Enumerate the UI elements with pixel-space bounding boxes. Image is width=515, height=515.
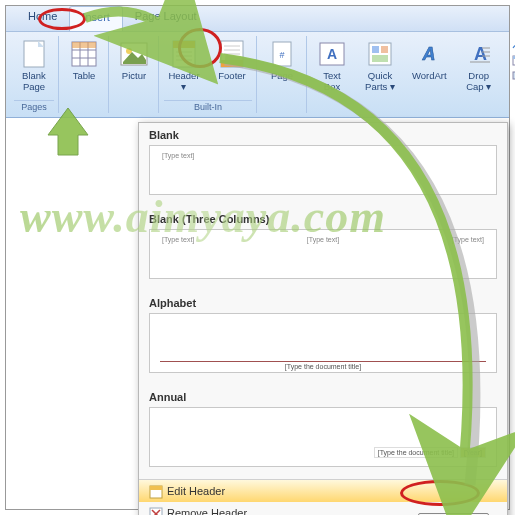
- page-button[interactable]: # Page: [262, 36, 302, 83]
- blank-page-icon: [18, 38, 50, 70]
- gallery-item-blank[interactable]: [Type text]: [149, 145, 497, 195]
- header-label: Header▾: [168, 70, 199, 92]
- svg-rect-6: [72, 42, 96, 48]
- gallery-item-annual[interactable]: [Type the document title] [Year]: [149, 407, 497, 467]
- group-tables: Table: [60, 36, 109, 113]
- quickparts-button[interactable]: QuickParts ▾: [360, 36, 400, 94]
- textbox-icon: A: [316, 38, 348, 70]
- wordart-icon: A: [413, 38, 445, 70]
- remove-header-icon: [149, 507, 161, 515]
- footer-icon: [216, 38, 248, 70]
- wordart-button[interactable]: A WordArt: [408, 36, 451, 83]
- datetime-button[interactable]: 5Date & Time: [509, 53, 515, 67]
- dropcap-label: DropCap ▾: [466, 70, 491, 92]
- gallery-section-blank: Blank: [139, 123, 507, 145]
- edit-header-command[interactable]: Edit Header: [139, 480, 507, 502]
- group-text: A TextBox QuickParts ▾ A WordArt A DropC…: [308, 36, 515, 113]
- quickparts-icon: [364, 38, 396, 70]
- signature-button[interactable]: Signature Line: [509, 38, 515, 52]
- object-button[interactable]: Object ▾: [509, 68, 515, 82]
- footer-button[interactable]: Footer: [212, 36, 252, 83]
- table-label: Table: [73, 70, 96, 81]
- svg-rect-10: [173, 41, 195, 48]
- gallery-item-alphabet[interactable]: [Type the document title]: [149, 313, 497, 373]
- header-icon: [168, 38, 200, 70]
- gallery-footer: Edit Header Remove Header Save Selection…: [139, 479, 507, 515]
- quickparts-label: QuickParts ▾: [365, 70, 395, 92]
- svg-rect-15: [221, 60, 243, 67]
- header-gallery-dropdown: Blank [Type text] Blank (Three Columns) …: [138, 122, 508, 515]
- page-label: Page: [271, 70, 293, 81]
- wordart-label: WordArt: [412, 70, 447, 81]
- table-icon: [68, 38, 100, 70]
- ribbon: BlankPage Pages Table Pictur: [6, 32, 509, 118]
- gallery-section-blank3: Blank (Three Columns): [139, 207, 507, 229]
- page-icon: #: [266, 38, 298, 70]
- dropcap-icon: A: [463, 38, 495, 70]
- picture-label: Pictur: [122, 70, 146, 81]
- svg-rect-24: [372, 46, 379, 53]
- svg-rect-25: [381, 46, 388, 53]
- group-pages: BlankPage Pages: [10, 36, 59, 113]
- picture-button[interactable]: Pictur: [114, 36, 154, 83]
- gallery-section-annual: Annual: [139, 385, 507, 407]
- gallery-item-blank3[interactable]: [Type text] [Type text] [Type text]: [149, 229, 497, 279]
- blank-page-label: BlankPage: [22, 70, 46, 92]
- edit-header-icon: [149, 485, 161, 497]
- group-label-pages: Pages: [14, 100, 54, 113]
- header-button[interactable]: Header▾: [164, 36, 204, 94]
- svg-rect-26: [372, 55, 388, 62]
- gallery-section-alphabet: Alphabet: [139, 291, 507, 313]
- group-header-footer: Header▾ Footer Built-In: [160, 36, 257, 113]
- svg-text:#: #: [279, 50, 284, 60]
- blank-page-button[interactable]: BlankPage: [14, 36, 54, 94]
- dropcap-button[interactable]: A DropCap ▾: [459, 36, 499, 94]
- picture-icon: [118, 38, 150, 70]
- svg-text:A: A: [474, 44, 487, 64]
- tab-bar: Home Insert Page Layout: [6, 6, 509, 32]
- group-page: # Page: [258, 36, 307, 113]
- tab-insert[interactable]: Insert: [69, 6, 123, 31]
- tab-page-layout[interactable]: Page Layout: [123, 6, 209, 31]
- textbox-button[interactable]: A TextBox: [312, 36, 352, 94]
- table-button[interactable]: Table: [64, 36, 104, 83]
- textbox-label: TextBox: [323, 70, 340, 92]
- svg-text:A: A: [422, 44, 436, 64]
- svg-rect-38: [150, 486, 162, 490]
- tab-home[interactable]: Home: [16, 6, 69, 31]
- group-illustrations: Pictur: [110, 36, 159, 113]
- group-label-builtin: Built-In: [164, 100, 252, 113]
- footer-label: Footer: [218, 70, 245, 81]
- svg-text:A: A: [327, 46, 337, 62]
